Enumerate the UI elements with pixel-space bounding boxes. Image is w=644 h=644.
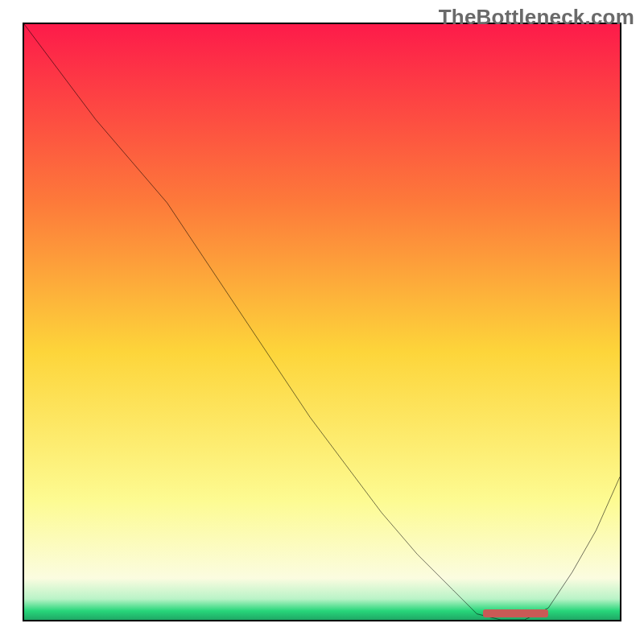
plot-area: [23, 23, 621, 621]
chart-frame: TheBottleneck.com: [0, 0, 644, 644]
watermark-text: TheBottleneck.com: [439, 5, 634, 30]
bottleneck-curve: [24, 24, 620, 620]
valley-marker: [483, 609, 548, 617]
